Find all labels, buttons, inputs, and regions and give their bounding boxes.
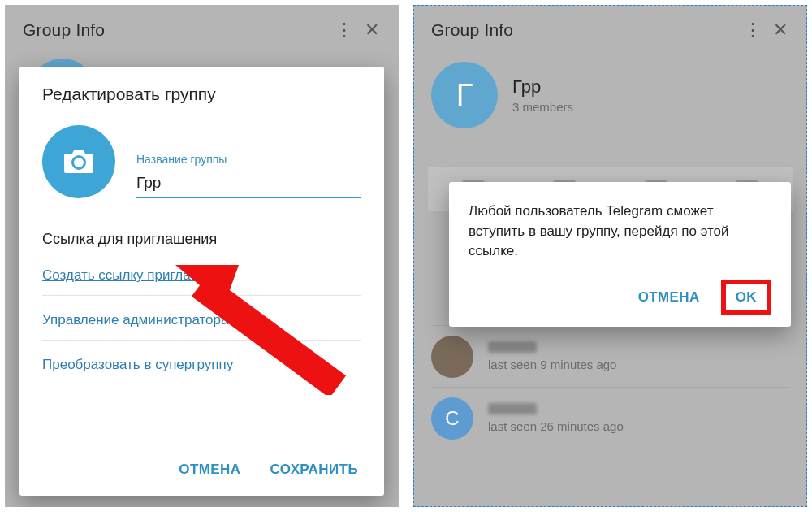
edit-group-dialog: Редактировать группу Название группы Ссы… — [19, 67, 384, 496]
create-invite-link[interactable]: Создать ссылку приглашения — [42, 261, 361, 296]
cancel-button[interactable]: ОТМЕНА — [179, 462, 240, 478]
member-name-blurred — [488, 341, 537, 353]
screenshot-right: Group Info ⋮ ✕ Г Грр 3 members last seen… — [413, 5, 807, 507]
confirm-actions: ОТМЕНА OK — [469, 280, 771, 315]
group-subtitle: 3 members — [512, 100, 573, 114]
topbar-title: Group Info — [23, 20, 330, 40]
cancel-button[interactable]: ОТМЕНА — [638, 289, 700, 306]
dialog-actions: ОТМЕНА СОХРАНИТЬ — [42, 453, 361, 483]
group-name-input[interactable] — [136, 171, 361, 198]
annotation-highlight: OK — [721, 280, 771, 315]
member-name-blurred — [488, 403, 537, 414]
member-list: last seen 9 minutes ago C last seen 26 m… — [413, 314, 807, 460]
close-icon[interactable]: ✕ — [767, 20, 794, 41]
avatar-initial: C — [445, 407, 459, 430]
screenshot-left: Group Info ⋮ ✕ Редактировать группу Назв… — [5, 5, 399, 507]
list-item[interactable]: C last seen 26 minutes ago — [431, 387, 789, 449]
camera-icon — [63, 149, 95, 175]
convert-supergroup-link[interactable]: Преобразовать в супергруппу — [42, 350, 361, 384]
ok-button[interactable]: OK — [736, 289, 757, 306]
manage-admins-link[interactable]: Управление администраторам — [42, 306, 361, 341]
avatar — [431, 336, 473, 378]
group-header: Г Грр 3 members — [413, 55, 807, 143]
set-photo-button[interactable] — [42, 125, 115, 198]
topbar: Group Info ⋮ ✕ — [5, 5, 399, 55]
dialog-title: Редактировать группу — [42, 85, 361, 104]
more-icon[interactable]: ⋮ — [739, 20, 767, 41]
group-name-label: Название группы — [136, 153, 361, 166]
close-icon[interactable]: ✕ — [358, 20, 386, 41]
group-name: Грр — [512, 76, 573, 98]
confirm-dialog: Любой пользователь Telegram сможет вступ… — [449, 182, 791, 327]
member-status: last seen 9 minutes ago — [488, 358, 616, 371]
list-item[interactable]: last seen 9 minutes ago — [431, 325, 789, 387]
group-avatar[interactable]: Г — [431, 62, 498, 128]
avatar: C — [431, 397, 473, 440]
confirm-body: Любой пользователь Telegram сможет вступ… — [469, 202, 771, 262]
topbar-title: Group Info — [431, 20, 739, 40]
group-name-row: Название группы — [42, 125, 361, 198]
topbar: Group Info ⋮ ✕ — [413, 5, 807, 55]
save-button[interactable]: СОХРАНИТЬ — [270, 462, 358, 478]
invite-section-heading: Ссылка для приглашения — [42, 231, 361, 248]
member-status: last seen 26 minutes ago — [488, 419, 624, 433]
more-icon[interactable]: ⋮ — [330, 20, 358, 41]
avatar-initial: Г — [456, 78, 473, 113]
